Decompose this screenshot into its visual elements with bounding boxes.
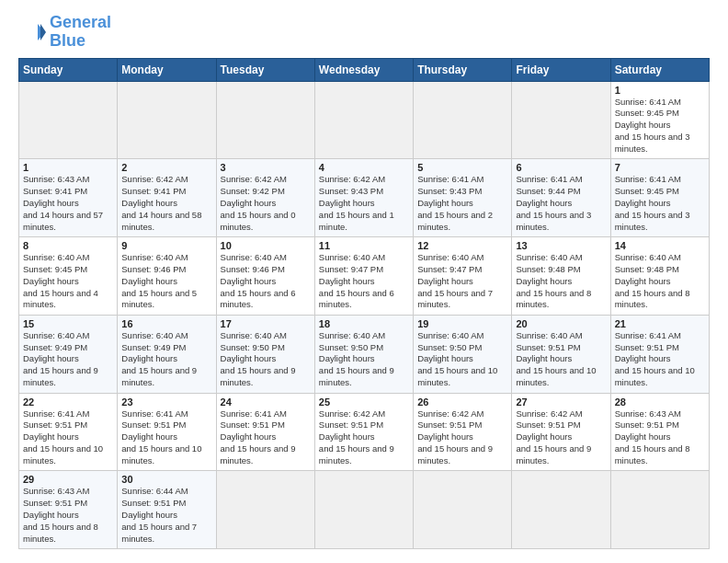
calendar-cell: 16Sunrise: 6:40 AMSunset: 9:49 PMDayligh…	[118, 315, 216, 393]
cell-content: Sunrise: 6:41 AMSunset: 9:51 PMDaylight …	[23, 408, 113, 467]
calendar-cell: 10Sunrise: 6:40 AMSunset: 9:46 PMDayligh…	[216, 237, 314, 316]
col-header-sunday: Sunday	[19, 58, 118, 81]
calendar-cell: 9Sunrise: 6:40 AMSunset: 9:46 PMDaylight…	[118, 237, 216, 316]
logo-text: General Blue	[50, 14, 111, 51]
calendar-cell	[414, 471, 512, 549]
day-number: 8	[23, 240, 113, 251]
calendar-body: 1Sunrise: 6:41 AMSunset: 9:45 PMDaylight…	[19, 81, 710, 548]
col-header-tuesday: Tuesday	[216, 58, 314, 81]
calendar-cell	[512, 81, 610, 159]
calendar-week-2: 8Sunrise: 6:40 AMSunset: 9:45 PMDaylight…	[19, 237, 710, 316]
calendar-week-3: 15Sunrise: 6:40 AMSunset: 9:49 PMDayligh…	[19, 315, 710, 393]
calendar-cell: 27Sunrise: 6:42 AMSunset: 9:51 PMDayligh…	[512, 393, 610, 471]
logo: General Blue	[18, 14, 111, 51]
calendar-cell	[19, 81, 118, 159]
day-number: 27	[516, 396, 606, 408]
calendar-cell: 29Sunrise: 6:43 AMSunset: 9:51 PMDayligh…	[19, 471, 118, 549]
calendar-cell: 4Sunrise: 6:42 AMSunset: 9:43 PMDaylight…	[314, 159, 413, 237]
cell-content: Sunrise: 6:41 AMSunset: 9:45 PMDaylight …	[615, 174, 705, 233]
calendar-cell: 15Sunrise: 6:40 AMSunset: 9:49 PMDayligh…	[19, 315, 118, 393]
calendar-cell	[216, 471, 314, 549]
day-number: 23	[121, 396, 211, 408]
cell-content: Sunrise: 6:42 AMSunset: 9:51 PMDaylight …	[516, 408, 606, 467]
calendar-cell: 20Sunrise: 6:40 AMSunset: 9:51 PMDayligh…	[512, 315, 610, 393]
cell-content: Sunrise: 6:40 AMSunset: 9:48 PMDaylight …	[516, 252, 606, 311]
col-header-monday: Monday	[118, 58, 216, 81]
calendar-cell: 5Sunrise: 6:41 AMSunset: 9:43 PMDaylight…	[414, 159, 512, 237]
day-number: 21	[615, 318, 705, 329]
cell-content: Sunrise: 6:40 AMSunset: 9:47 PMDaylight …	[319, 252, 409, 311]
cell-content: Sunrise: 6:42 AMSunset: 9:51 PMDaylight …	[417, 408, 507, 467]
cell-content: Sunrise: 6:43 AMSunset: 9:51 PMDaylight …	[23, 486, 113, 545]
day-number: 25	[319, 396, 409, 408]
calendar-cell: 28Sunrise: 6:43 AMSunset: 9:51 PMDayligh…	[610, 393, 709, 471]
day-number: 30	[121, 474, 211, 485]
logo-icon	[18, 18, 46, 46]
day-number: 29	[23, 474, 113, 485]
cell-content: Sunrise: 6:40 AMSunset: 9:50 PMDaylight …	[417, 330, 507, 389]
day-number: 1	[615, 85, 705, 96]
header: General Blue	[18, 14, 710, 51]
calendar-cell: 26Sunrise: 6:42 AMSunset: 9:51 PMDayligh…	[414, 393, 512, 471]
cell-content: Sunrise: 6:40 AMSunset: 9:46 PMDaylight …	[221, 252, 311, 311]
day-number: 2	[121, 162, 211, 173]
calendar-cell: 25Sunrise: 6:42 AMSunset: 9:51 PMDayligh…	[314, 393, 413, 471]
day-number: 10	[221, 240, 311, 251]
calendar-cell: 11Sunrise: 6:40 AMSunset: 9:47 PMDayligh…	[314, 237, 413, 316]
calendar-cell: 6Sunrise: 6:41 AMSunset: 9:44 PMDaylight…	[512, 159, 610, 237]
calendar-cell: 1Sunrise: 6:41 AMSunset: 9:45 PMDaylight…	[610, 81, 709, 159]
calendar-cell	[414, 81, 512, 159]
day-number: 12	[417, 240, 507, 251]
calendar-cell: 3Sunrise: 6:42 AMSunset: 9:42 PMDaylight…	[216, 159, 314, 237]
calendar-week-0: 1Sunrise: 6:41 AMSunset: 9:45 PMDaylight…	[19, 81, 710, 159]
calendar-cell	[314, 81, 413, 159]
cell-content: Sunrise: 6:40 AMSunset: 9:48 PMDaylight …	[615, 252, 705, 311]
col-header-friday: Friday	[512, 58, 610, 81]
cell-content: Sunrise: 6:42 AMSunset: 9:42 PMDaylight …	[221, 174, 311, 233]
calendar-cell: 12Sunrise: 6:40 AMSunset: 9:47 PMDayligh…	[414, 237, 512, 316]
col-header-saturday: Saturday	[610, 58, 709, 81]
day-number: 7	[615, 162, 705, 173]
calendar-cell: 21Sunrise: 6:41 AMSunset: 9:51 PMDayligh…	[610, 315, 709, 393]
cell-content: Sunrise: 6:41 AMSunset: 9:44 PMDaylight …	[516, 174, 606, 233]
calendar-cell: 8Sunrise: 6:40 AMSunset: 9:45 PMDaylight…	[19, 237, 118, 316]
cell-content: Sunrise: 6:40 AMSunset: 9:49 PMDaylight …	[121, 330, 211, 389]
cell-content: Sunrise: 6:40 AMSunset: 9:46 PMDaylight …	[121, 252, 211, 311]
cell-content: Sunrise: 6:42 AMSunset: 9:41 PMDaylight …	[121, 174, 211, 233]
cell-content: Sunrise: 6:43 AMSunset: 9:51 PMDaylight …	[615, 408, 705, 467]
cell-content: Sunrise: 6:40 AMSunset: 9:47 PMDaylight …	[417, 252, 507, 311]
calendar-cell: 7Sunrise: 6:41 AMSunset: 9:45 PMDaylight…	[610, 159, 709, 237]
calendar-week-4: 22Sunrise: 6:41 AMSunset: 9:51 PMDayligh…	[19, 393, 710, 471]
day-number: 24	[221, 396, 311, 408]
calendar-cell: 2Sunrise: 6:42 AMSunset: 9:41 PMDaylight…	[118, 159, 216, 237]
day-number: 6	[516, 162, 606, 173]
calendar-cell	[512, 471, 610, 549]
cell-content: Sunrise: 6:40 AMSunset: 9:51 PMDaylight …	[516, 330, 606, 389]
day-number: 4	[319, 162, 409, 173]
calendar-cell: 18Sunrise: 6:40 AMSunset: 9:50 PMDayligh…	[314, 315, 413, 393]
day-number: 19	[417, 318, 507, 329]
day-number: 14	[615, 240, 705, 251]
cell-content: Sunrise: 6:41 AMSunset: 9:51 PMDaylight …	[221, 408, 311, 467]
cell-content: Sunrise: 6:41 AMSunset: 9:51 PMDaylight …	[615, 330, 705, 389]
cell-content: Sunrise: 6:44 AMSunset: 9:51 PMDaylight …	[121, 486, 211, 545]
cell-content: Sunrise: 6:40 AMSunset: 9:49 PMDaylight …	[23, 330, 113, 389]
col-header-thursday: Thursday	[414, 58, 512, 81]
cell-content: Sunrise: 6:42 AMSunset: 9:51 PMDaylight …	[319, 408, 409, 467]
day-number: 1	[23, 162, 113, 173]
day-number: 22	[23, 396, 113, 408]
day-number: 11	[319, 240, 409, 251]
calendar-cell	[118, 81, 216, 159]
day-number: 9	[121, 240, 211, 251]
calendar-cell	[314, 471, 413, 549]
calendar-table: SundayMondayTuesdayWednesdayThursdayFrid…	[18, 58, 710, 549]
cell-content: Sunrise: 6:42 AMSunset: 9:43 PMDaylight …	[319, 174, 409, 233]
day-number: 28	[615, 396, 705, 408]
day-number: 3	[221, 162, 311, 173]
day-number: 13	[516, 240, 606, 251]
day-number: 26	[417, 396, 507, 408]
calendar-week-5: 29Sunrise: 6:43 AMSunset: 9:51 PMDayligh…	[19, 471, 710, 549]
cell-content: Sunrise: 6:40 AMSunset: 9:50 PMDaylight …	[319, 330, 409, 389]
calendar-cell: 30Sunrise: 6:44 AMSunset: 9:51 PMDayligh…	[118, 471, 216, 549]
cell-content: Sunrise: 6:40 AMSunset: 9:50 PMDaylight …	[221, 330, 311, 389]
